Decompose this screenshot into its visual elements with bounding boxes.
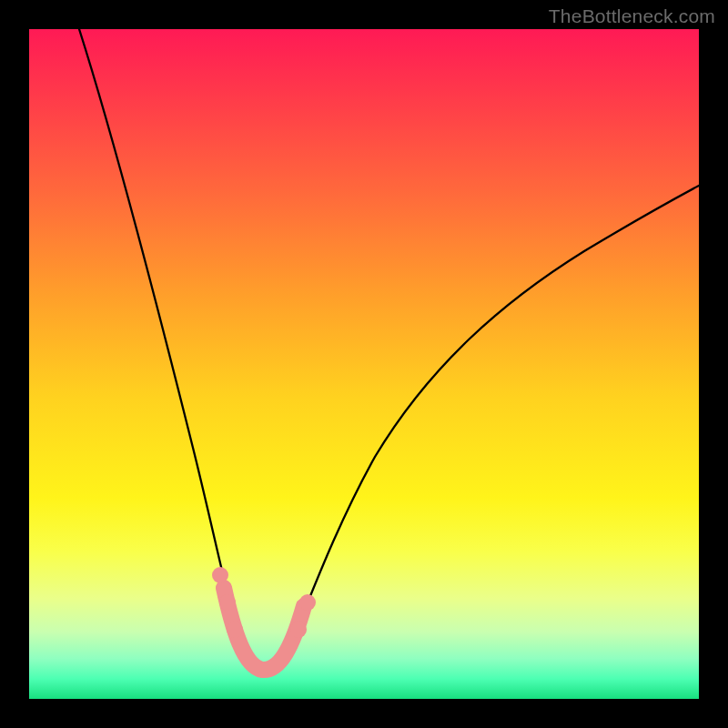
watermark-text: TheBottleneck.com: [549, 5, 715, 27]
marker-left-mid: [219, 594, 236, 611]
bottleneck-curve: [29, 29, 699, 699]
marker-left-lower: [227, 622, 243, 638]
chart-plot-area: [29, 29, 699, 699]
curve-path: [79, 29, 699, 674]
marker-left-upper: [212, 567, 228, 583]
marker-right-upper: [299, 594, 316, 611]
marker-right-mid: [290, 622, 307, 638]
